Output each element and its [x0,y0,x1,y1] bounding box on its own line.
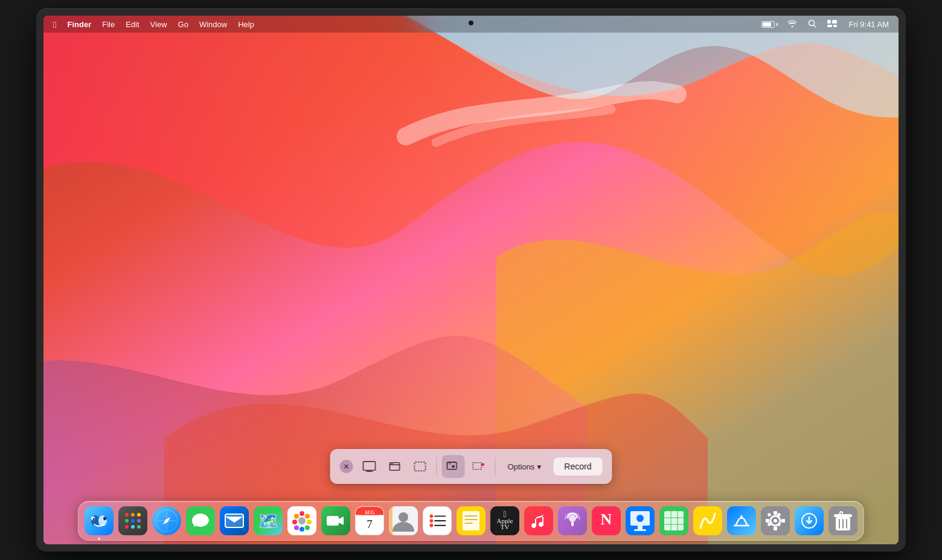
svg-text::  [503,509,506,519]
svg-rect-5 [827,25,832,27]
screenshot-toolbar: Options ▾ Record [330,449,612,484]
dock-item-trash[interactable] [827,505,859,536]
mail-dock-icon [220,506,249,535]
svg-rect-74 [463,511,479,530]
dock-item-news[interactable]: N [591,505,622,536]
svg-rect-83 [571,521,574,526]
menubar-window[interactable]: Window [194,19,232,30]
finder-dock-icon [85,506,114,535]
notes-dock-icon [457,506,485,535]
settings-dock-icon [761,506,790,535]
downloader-dock-icon [795,506,824,535]
menubar-file[interactable]: File [97,19,120,30]
dock-item-settings[interactable] [760,505,791,536]
dock-item-contacts[interactable] [388,505,419,536]
dock-item-numbers[interactable] [658,505,690,536]
menubar-go[interactable]: Go [173,19,193,30]
menubar-left:  Finder File Edit View Go Window Help [48,18,759,31]
svg-rect-4 [832,20,837,24]
music-dock-icon [524,506,553,535]
svg-point-34 [125,519,129,523]
record-button[interactable]: Record [553,457,602,476]
menubar-right: Fri 9:41 AM [759,18,894,31]
svg-point-14 [391,463,392,465]
svg-rect-6 [833,25,837,27]
dock-item-freeform[interactable] [692,505,723,536]
desktop:  Finder File Edit View Go Window Help [43,16,899,544]
dock-item-podcasts[interactable] [557,505,588,536]
svg-point-71 [430,524,434,527]
dock-item-messages[interactable] [185,505,216,536]
menubar-clock: Fri 9:41 AM [844,19,894,30]
dock-item-reminders[interactable] [421,505,453,536]
messages-dock-icon [186,506,215,535]
macbook-screen:  Finder File Edit View Go Window Help [43,16,899,544]
svg-point-82 [569,515,576,522]
trash-dock-icon [828,506,857,535]
dock-item-maps[interactable]: 🗺️ [252,505,284,536]
svg-rect-57 [327,516,339,526]
dock-item-appletv[interactable]: Apple TV  [489,505,521,536]
capture-selection-button[interactable] [409,455,432,478]
dock-item-launchpad[interactable] [117,505,149,536]
dock-item-facetime[interactable] [320,505,351,536]
svg-rect-107 [781,519,785,523]
svg-rect-89 [634,529,646,531]
svg-point-48 [298,517,306,524]
control-center-icon[interactable] [824,19,841,30]
record-selection-button[interactable] [467,455,490,478]
safari-dock-icon [152,506,181,535]
search-icon[interactable] [804,18,820,31]
camera-notch [469,21,473,25]
svg-text:7: 7 [367,518,373,530]
menubar-finder[interactable]: Finder [62,19,96,30]
dock-item-photos[interactable] [286,505,318,536]
svg-rect-104 [774,511,777,515]
contacts-dock-icon [389,506,418,535]
wifi-icon[interactable] [784,19,801,30]
battery-fill [763,22,771,27]
svg-line-99 [744,519,748,526]
svg-line-2 [813,25,816,27]
dock: 🗺️ [78,501,864,541]
calendar-dock-icon: AUG 7 [355,506,384,535]
options-label: Options [508,462,535,471]
dock-item-safari[interactable] [151,505,182,536]
svg-text:TV: TV [501,523,510,530]
svg-point-29 [93,518,95,520]
capture-entire-screen-button[interactable] [358,455,381,478]
dock-item-notes[interactable] [455,505,487,536]
svg-point-67 [430,514,434,518]
menubar-view[interactable]: View [146,19,172,30]
record-entire-screen-button[interactable] [442,455,465,478]
svg-point-35 [131,519,135,523]
options-chevron: ▾ [537,462,541,471]
dock-item-calendar[interactable]: AUG 7 [354,505,385,536]
dock-item-mail[interactable] [219,505,250,536]
dock-item-finder[interactable] [83,505,115,536]
capture-window-button[interactable] [383,455,406,478]
dock-item-downloader[interactable] [793,505,825,536]
dock-item-dot [98,538,100,540]
dock-item-keynote[interactable] [624,505,656,536]
svg-rect-22 [473,463,481,469]
svg-point-15 [392,463,393,465]
battery-indicator [759,20,780,29]
dock-item-appstore[interactable] [726,505,757,536]
svg-rect-92 [664,511,684,530]
options-button[interactable]: Options ▾ [501,459,549,475]
close-button[interactable] [340,460,353,473]
svg-point-52 [305,526,310,530]
svg-rect-106 [766,519,769,523]
battery-body [761,21,775,28]
keynote-dock-icon [626,506,655,535]
svg-rect-16 [414,462,425,471]
reminders-dock-icon [423,506,452,535]
dock-item-music[interactable] [523,505,554,536]
svg-point-49 [300,511,304,516]
macbook-frame:  Finder File Edit View Go Window Help [36,8,906,552]
apple-menu[interactable]:  [48,18,61,31]
menubar-edit[interactable]: Edit [121,19,144,30]
svg-rect-115 [834,514,852,517]
menubar-help[interactable]: Help [233,19,259,30]
